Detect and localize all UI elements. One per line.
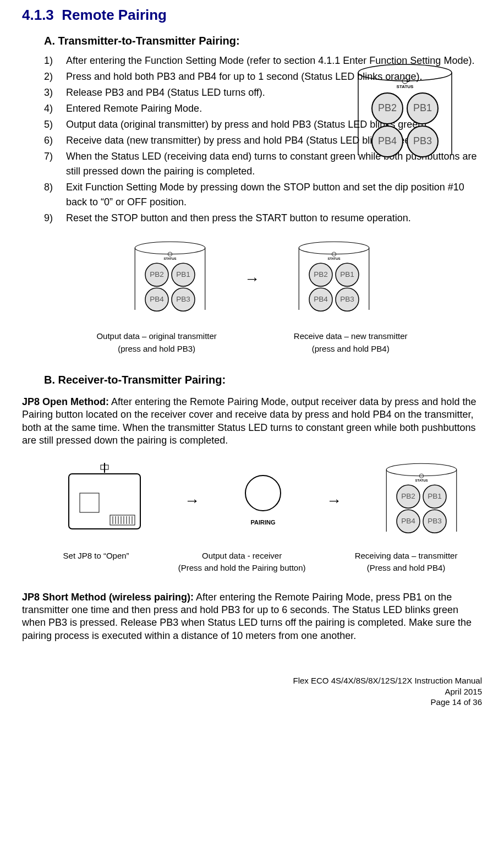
svg-point-52	[245, 476, 281, 511]
svg-text:PB1: PB1	[428, 492, 442, 500]
transmitter-receive-icon: STATUS PB2 PB1 PB4 PB3	[293, 236, 375, 318]
svg-text:PB1: PB1	[340, 270, 354, 278]
svg-text:PB3: PB3	[176, 295, 190, 303]
footer-page-number: Page 14 of 36	[22, 697, 482, 708]
svg-text:PB2: PB2	[150, 270, 164, 278]
jp8-short-paragraph: JP8 Short Method (wireless pairing): Aft…	[22, 591, 482, 643]
footer-date: April 2015	[22, 686, 482, 697]
svg-rect-42	[80, 493, 99, 512]
page-footer: Flex ECO 4S/4X/8S/8X/12S/12X Instruction…	[22, 675, 482, 708]
jp8-open-paragraph: JP8 Open Method: After entering the Remo…	[22, 396, 482, 447]
caption-receive-line1: Receive data – new transmitter	[294, 330, 408, 343]
caption-output-receiver-1: Output data - receiver	[178, 550, 306, 562]
jp8-open-label: JP8 Open Method:	[22, 396, 109, 407]
list-item: 8)Exit Function Setting Mode by pressing…	[44, 180, 482, 210]
caption-row-b: Set JP8 to “Open” Output data - receiver…	[39, 550, 482, 575]
svg-text:PB3: PB3	[428, 517, 442, 525]
section-heading: 4.1.3 Remote Pairing	[22, 4, 482, 26]
svg-text:PB3: PB3	[413, 135, 432, 146]
subsection-b-heading: B. Receiver-to-Transmitter Pairing:	[44, 371, 482, 388]
svg-text:PB2: PB2	[314, 270, 328, 278]
transmitter-receive-icon: STATUS PB2 PB1 PB4 PB3	[380, 457, 463, 540]
caption-receive-line2: (press and hold PB4)	[294, 343, 408, 356]
svg-text:PB3: PB3	[340, 295, 354, 303]
svg-text:PB2: PB2	[378, 102, 397, 113]
diagram-row-b: → PAIRING → STATUS PB2 PB1 PB4 PB3	[44, 457, 482, 544]
diagram-row-a: STATUS PB2 PB1 PB4 PB3 → STATUS PB2 PB1 …	[22, 236, 482, 323]
caption-output-line2: (press and hold PB3)	[96, 343, 216, 356]
svg-text:PB4: PB4	[378, 135, 397, 146]
jp8-short-label: JP8 Short Method (wireless pairing):	[22, 592, 194, 603]
caption-receiving-transmitter-2: (Press and hold PB4)	[355, 562, 458, 575]
svg-rect-43	[110, 515, 135, 525]
section-title: Remote Pairing	[62, 7, 167, 23]
svg-text:PB1: PB1	[176, 270, 190, 278]
svg-text:PB2: PB2	[401, 492, 415, 500]
arrow-icon: →	[244, 267, 260, 291]
svg-text:STATUS: STATUS	[397, 84, 414, 89]
pairing-label: PAIRING	[238, 518, 288, 527]
list-item: 9)Reset the STOP button and then press t…	[44, 211, 482, 226]
caption-receiving-transmitter-1: Receiving data – transmitter	[355, 550, 458, 562]
arrow-icon: →	[184, 489, 200, 512]
transmitter-output-icon: STATUS PB2 PB1 PB4 PB3	[129, 236, 211, 318]
svg-text:STATUS: STATUS	[415, 478, 428, 482]
caption-jp8: Set JP8 to “Open”	[63, 550, 129, 575]
caption-row-a: Output data – original transmitter (pres…	[22, 328, 482, 355]
subsection-a-heading: A. Transmitter-to-Transmitter Pairing:	[44, 32, 482, 49]
svg-text:PB1: PB1	[413, 102, 432, 113]
receiver-board-icon	[63, 463, 146, 534]
svg-text:STATUS: STATUS	[327, 257, 340, 260]
svg-text:PB4: PB4	[401, 517, 415, 525]
transmitter-diagram-icon: STATUS PB2 PB1 PB4 PB3	[350, 56, 460, 166]
footer-manual-title: Flex ECO 4S/4X/8S/8X/12S/12X Instruction…	[22, 675, 482, 686]
section-number: 4.1.3	[22, 7, 54, 23]
arrow-icon: →	[326, 489, 342, 512]
caption-output-receiver-2: (Press and hold the Pairing button)	[178, 562, 306, 575]
svg-text:STATUS: STATUS	[163, 257, 176, 260]
svg-text:PB4: PB4	[150, 295, 164, 303]
svg-text:PB4: PB4	[314, 295, 328, 303]
pairing-button-icon	[244, 474, 282, 512]
caption-output-line1: Output data – original transmitter	[96, 330, 216, 343]
